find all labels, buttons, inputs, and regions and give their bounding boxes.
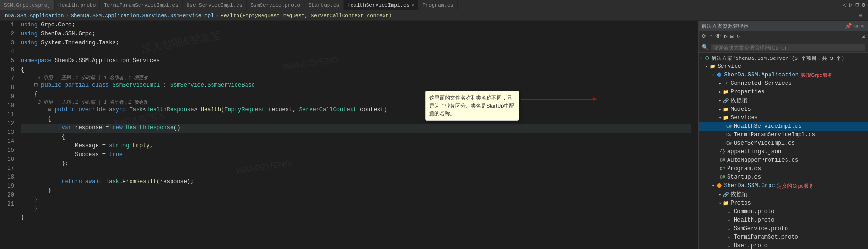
tree-item-connected-services[interactable]: ▸ ⚡ Connected Services	[699, 79, 868, 88]
code-line: var response = new HealthResponse()	[21, 124, 691, 133]
vertical-scrollbar[interactable]	[695, 21, 698, 249]
pin2-icon[interactable]: ⊡	[861, 33, 866, 40]
services-folder-label: Services	[730, 115, 758, 121]
code-line: }	[21, 195, 691, 204]
code-editor: 深大智能&智游宝 WANGZHENG 深大智能&智游宝 WANGZHENG 这里…	[0, 21, 698, 249]
close-tab-button[interactable]: ✕	[411, 2, 414, 8]
solution-label: 解决方案'ShenDa.SSM.Server'(3 个项目，共 3 个)	[712, 55, 844, 62]
tree-item-service-folder[interactable]: ▾ 📁 Service	[699, 62, 868, 71]
project-label: ShenDa.SSM.Grpc	[724, 183, 775, 189]
file-label: Program.cs	[727, 166, 761, 172]
chevron-icon: ▸	[719, 107, 721, 112]
chevron-icon: ▾	[712, 73, 714, 78]
folder-icon: 📁	[722, 199, 729, 207]
ref-comment-7: 4 引用 | 王郑，1 小时前 | 1 名作者，1 项更改	[38, 75, 148, 81]
tree-item-shenda-ssm-application[interactable]: ▾ 🔷 ShenDa.SSM.Application 实现Grpc服务	[699, 71, 868, 79]
tree-item-user-service-impl[interactable]: C# UserServiceImpl.cs	[699, 139, 868, 148]
tab-health-service-impl[interactable]: HealthServiceImpl.cs ✕	[344, 0, 418, 10]
home-icon[interactable]: ⌂	[708, 33, 713, 40]
tree-item-solution[interactable]: ▾ ⬡ 解决方案'ShenDa.SSM.Server'(3 个项目，共 3 个)	[699, 54, 868, 62]
chevron-icon: ▾	[705, 64, 708, 69]
protos-folder-label: Protos	[730, 200, 751, 207]
file-label: UserServiceImpl.cs	[734, 140, 795, 147]
tree-item-shenda-ssm-grpc[interactable]: ▾ 🔶 ShenDa.SSM.Grpc 定义的Grpc服务	[699, 182, 868, 190]
expand-icon[interactable]: ⊞	[854, 23, 859, 30]
refresh-icon[interactable]: ↻	[736, 33, 741, 40]
grpc-def-label: 定义的Grpc服务	[777, 183, 814, 190]
breadcrumb-left[interactable]: nDa.SSM.Application	[5, 13, 64, 18]
tab-program[interactable]: Program.cs	[418, 0, 458, 10]
code-line: Message = string.Empty,	[21, 141, 691, 150]
tab-label: SsmService.proto	[251, 2, 301, 8]
tree-item-automapper[interactable]: C# AutoMapperProfiles.cs	[699, 156, 868, 165]
tree-item-health-proto-file[interactable]: ⬦ Health.proto	[699, 216, 868, 224]
tree-item-user-proto[interactable]: ⬦ User.proto	[699, 241, 868, 249]
code-line	[21, 168, 691, 177]
folder-label: Service	[717, 63, 741, 70]
tree-item-ssm-service-proto[interactable]: ⬦ SsmService.proto	[699, 224, 868, 233]
tab-user-service-impl[interactable]: UserServiceImpl.cs	[183, 0, 247, 10]
pin-icon[interactable]: 📌	[844, 23, 853, 30]
tree-item-common-proto[interactable]: ⬦ Common.proto	[699, 208, 868, 216]
code-line: }	[21, 213, 691, 222]
proto-file-icon: ⬦	[725, 233, 733, 241]
deps-label: 依赖项	[730, 97, 747, 105]
breadcrumb-right[interactable]: Health(EmptyRequest request, ServerCallC…	[221, 13, 392, 18]
breadcrumb-middle[interactable]: ShenDa.SSM.Application.Services.SsmServi…	[71, 13, 214, 18]
grpc-impl-label: 实现Grpc服务	[801, 72, 833, 79]
proto-file-icon: ⬦	[725, 208, 733, 216]
chevron-icon: ▾	[719, 201, 721, 206]
chevron-icon: ▾	[712, 183, 714, 189]
code-line-ref: 3 引用 | 王郑，1 小时前 | 1 名作者，1 项更改	[21, 99, 691, 106]
cs-file-icon: C#	[719, 157, 726, 164]
cs-file-icon: C#	[725, 131, 733, 139]
collapse-all-icon[interactable]: ⊟	[729, 33, 734, 40]
project-icon: 🔶	[715, 182, 723, 190]
tree-item-deps-app[interactable]: ▸ 🔗 依赖项	[699, 96, 868, 105]
file-label: HealthServiceImpl.cs	[734, 123, 802, 130]
tab-label: Program.cs	[422, 2, 453, 8]
properties-label: Properties	[730, 89, 764, 95]
tree-item-startup-cs[interactable]: C# Startup.cs	[699, 173, 868, 182]
tree-container: ▾ ⬡ 解决方案'ShenDa.SSM.Server'(3 个项目，共 3 个)…	[699, 53, 868, 249]
tree-item-termi-param-service-impl[interactable]: C# TermiParamServiceImpl.cs	[699, 131, 868, 139]
nav-back-icon[interactable]: ◁	[842, 1, 847, 8]
cs-file-icon: C#	[719, 174, 726, 181]
tree-item-protos-folder[interactable]: ▾ 📁 Protos	[699, 199, 868, 208]
tree-item-deps-grpc[interactable]: ▸ 🔗 依赖项	[699, 190, 868, 199]
tree-item-services-folder[interactable]: ▾ 📁 Services	[699, 114, 868, 122]
tab-health-proto[interactable]: Health.proto	[55, 0, 100, 10]
tab-startup[interactable]: Startup.cs	[304, 0, 344, 10]
tree-item-models[interactable]: ▸ 📁 Models	[699, 105, 868, 114]
tree-item-program-cs[interactable]: C# Program.cs	[699, 165, 868, 173]
code-lines[interactable]: using Grpc.Core; using ShenDa.SSM.Grpc; …	[17, 21, 695, 249]
tree-item-appsettings[interactable]: {} appsettings.json	[699, 148, 868, 156]
tab-label: TermiParamServiceImpl.cs	[104, 2, 178, 8]
file-label: AutoMapperProfiles.cs	[727, 157, 798, 164]
deps-label: 依赖项	[730, 191, 747, 199]
settings-icon[interactable]: ⚙	[861, 1, 866, 8]
tab-termi-param-service-impl[interactable]: TermiParamServiceImpl.cs	[100, 0, 182, 10]
tree-item-properties[interactable]: ▸ 📁 Properties	[699, 88, 868, 96]
deps-icon: 🔗	[722, 191, 729, 199]
ref-comment-9: 3 引用 | 王郑，1 小时前 | 1 名作者，1 项更改	[38, 100, 148, 105]
code-line: using ShenDa.SSM.Grpc;	[21, 30, 691, 39]
close-panel-icon[interactable]: ✕	[860, 23, 865, 30]
breadcrumb: nDa.SSM.Application › ShenDa.SSM.Applica…	[0, 10, 868, 21]
tab-ssm-grpc-csproj[interactable]: SSM.Grpc.csproj	[0, 0, 55, 10]
folder-icon: 📁	[722, 114, 729, 122]
code-line: using Grpc.Core;	[21, 21, 691, 30]
nav-forward-icon[interactable]: ▷	[848, 1, 853, 8]
tab-ssm-service-proto[interactable]: SsmService.proto	[247, 0, 305, 10]
collapse-icon[interactable]: ⊟	[855, 1, 860, 8]
filter-icon[interactable]: ⊳	[723, 33, 728, 40]
breadcrumb-expand-icon[interactable]: ⊞	[858, 11, 863, 19]
code-line: ⊟ public partial class SsmServiceImpl : …	[21, 81, 691, 90]
tree-item-termi-param-set-proto[interactable]: ⬦ TermiParamSet.proto	[699, 233, 868, 241]
tree-item-health-service-impl[interactable]: C# HealthServiceImpl.cs	[699, 122, 868, 131]
search-input[interactable]	[711, 44, 865, 51]
json-file-icon: {}	[719, 148, 726, 156]
sync-icon[interactable]: ⟳	[701, 33, 707, 40]
connected-services-icon: ⚡	[722, 80, 729, 87]
show-all-icon[interactable]: 👁	[714, 33, 722, 40]
